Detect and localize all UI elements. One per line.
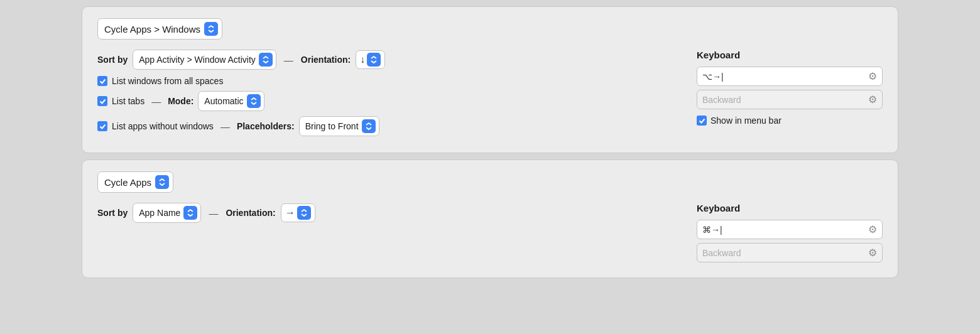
gear-icon-1[interactable]: ⚙: [868, 70, 877, 82]
panel1-left: Sort by App Activity > Window Activity —…: [97, 50, 682, 141]
panel2-sort-by-dropdown[interactable]: App Name: [133, 203, 201, 223]
sort-by-value: App Activity > Window Activity: [139, 55, 256, 65]
checkbox-list-windows[interactable]: [97, 76, 107, 86]
panel-cycle-apps-windows: Cycle Apps > Windows Sort by App Activit…: [82, 6, 898, 153]
panel2-dash1: —: [209, 208, 218, 218]
cycle-apps-dropdown[interactable]: Cycle Apps: [97, 171, 173, 193]
panel2-sort-by-label: Sort by: [97, 208, 128, 218]
panel1-keyboard: Keyboard ⌥→| ⚙ Backward ⚙ Show in menu b…: [682, 50, 883, 141]
panel2-orientation-label: Orientation:: [226, 208, 275, 218]
keyboard-field2[interactable]: Backward ⚙: [697, 90, 883, 109]
checkbox-show-menu-bar[interactable]: [697, 116, 707, 126]
cycle-apps-stepper[interactable]: [155, 175, 169, 189]
panel2-orientation-value: →: [285, 207, 295, 218]
cycle-apps-label: Cycle Apps: [104, 177, 151, 188]
checkbox-list-apps[interactable]: [97, 121, 107, 131]
panel2-keyboard-shortcut1: ⌘→|: [702, 225, 722, 235]
checkbox-list-tabs[interactable]: [97, 96, 107, 106]
dash1: —: [284, 55, 293, 65]
cycle-apps-windows-label: Cycle Apps > Windows: [104, 24, 200, 35]
keyboard-title: Keyboard: [697, 50, 883, 60]
panel2-left: Sort by App Name — Orientation: →: [97, 203, 682, 266]
gear-icon-2[interactable]: ⚙: [868, 94, 877, 105]
mode-dropdown[interactable]: Automatic: [198, 91, 264, 111]
panel2-keyboard-field1[interactable]: ⌘→| ⚙: [697, 220, 883, 239]
orientation-stepper[interactable]: [367, 53, 381, 67]
keyboard-shortcut1: ⌥→|: [702, 72, 724, 82]
panel2-orientation-dropdown[interactable]: →: [281, 203, 315, 222]
show-menu-bar-row: Show in menu bar: [697, 116, 883, 126]
panel2-keyboard: Keyboard ⌘→| ⚙ Backward ⚙: [682, 203, 883, 266]
orientation-label: Orientation:: [301, 55, 351, 65]
dash2: —: [151, 96, 161, 107]
mode-value: Automatic: [204, 96, 243, 106]
panel2-keyboard-shortcut2-placeholder: Backward: [702, 248, 741, 258]
orientation-dropdown[interactable]: ↓: [356, 50, 385, 69]
gear-icon-3[interactable]: ⚙: [868, 224, 877, 235]
sort-by-stepper[interactable]: [259, 53, 273, 67]
placeholders-label: Placeholders:: [237, 121, 295, 131]
checkbox-list-apps-row: List apps without windows — Placeholders…: [97, 116, 682, 136]
mode-label: Mode:: [168, 96, 193, 106]
orientation-value: ↓: [360, 54, 365, 65]
placeholders-dropdown[interactable]: Bring to Front: [299, 116, 379, 136]
checkbox-list-tabs-label: List tabs: [112, 96, 144, 106]
panel2-sort-by-value: App Name: [139, 208, 180, 218]
cycle-apps-windows-stepper[interactable]: [204, 22, 218, 36]
dash3: —: [220, 121, 230, 132]
panel2-sort-by-row: Sort by App Name — Orientation: →: [97, 203, 682, 223]
panel2-orientation-stepper[interactable]: [297, 206, 311, 220]
checkbox-list-windows-label: List windows from all spaces: [112, 76, 223, 86]
gear-icon-4[interactable]: ⚙: [868, 247, 877, 259]
sort-by-dropdown[interactable]: App Activity > Window Activity: [133, 50, 276, 70]
panel2-keyboard-field2[interactable]: Backward ⚙: [697, 243, 883, 262]
checkbox-list-windows-row: List windows from all spaces: [97, 76, 682, 86]
checkbox-list-apps-label: List apps without windows: [112, 121, 214, 131]
panel-cycle-apps: Cycle Apps Sort by App Name — Orientatio…: [82, 159, 898, 278]
panel2-keyboard-title: Keyboard: [697, 203, 883, 213]
placeholders-stepper[interactable]: [362, 119, 376, 133]
panel2-sort-by-stepper[interactable]: [183, 206, 197, 220]
cycle-apps-windows-dropdown[interactable]: Cycle Apps > Windows: [97, 18, 222, 40]
mode-stepper[interactable]: [247, 94, 261, 108]
sort-by-row: Sort by App Activity > Window Activity —…: [97, 50, 682, 70]
keyboard-shortcut2-placeholder: Backward: [702, 95, 741, 105]
sort-by-label: Sort by: [97, 55, 128, 65]
keyboard-field1[interactable]: ⌥→| ⚙: [697, 67, 883, 86]
show-menu-bar-label: Show in menu bar: [710, 116, 781, 126]
checkbox-list-tabs-row: List tabs — Mode: Automatic: [97, 91, 682, 111]
placeholders-value: Bring to Front: [305, 121, 359, 131]
